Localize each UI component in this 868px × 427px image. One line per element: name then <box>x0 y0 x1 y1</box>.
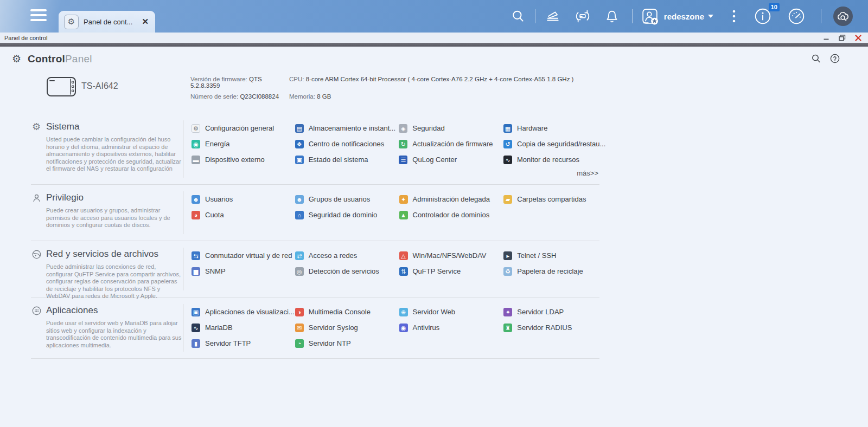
protocols-icon: △ <box>399 251 408 260</box>
link-hardware[interactable]: ▦ Hardware <box>503 120 599 136</box>
link-servidor-radius[interactable]: ♜ Servidor RADIUS <box>503 320 599 335</box>
restore-window-icon[interactable] <box>839 35 846 41</box>
snmp-chart-icon: ▆ <box>192 267 200 276</box>
dashboard-icon[interactable] <box>787 7 806 25</box>
section-title: Aplicaciones <box>46 305 98 316</box>
link-aplicaciones-visualizacion[interactable]: ▣ Aplicaciones de visualizaci... <box>192 304 295 320</box>
link-label: Servidor RADIUS <box>517 324 572 332</box>
links-column: ▤ Almacenamiento e instant... ❖ Centro d… <box>295 120 399 167</box>
qulog-center-icon: ☰ <box>399 156 407 164</box>
page-title: ControlPanel <box>28 53 92 65</box>
link-seguridad-dominio[interactable]: ⌂ Seguridad de dominio <box>295 207 399 223</box>
search-icon[interactable] <box>511 9 525 23</box>
section-title: Sistema <box>46 121 79 132</box>
multimedia-console-icon: ◑ <box>295 308 304 316</box>
link-antivirus[interactable]: ◉ Antivirus <box>399 320 504 335</box>
link-papelera-reciclaje[interactable]: ♻ Papelera de reciclaje <box>503 263 599 279</box>
myqnapcloud-icon[interactable] <box>833 7 853 26</box>
link-label: Hardware <box>517 124 547 132</box>
link-label: Seguridad <box>412 124 444 132</box>
links-column: ▸ Telnet / SSH ♻ Papelera de reciclaje <box>503 248 599 279</box>
link-copia-seguridad[interactable]: ↺ Copia de seguridad/restau... <box>503 136 599 152</box>
link-qulog-center[interactable]: ☰ QuLog Center <box>399 152 503 167</box>
external-device-sync-icon[interactable] <box>575 9 591 24</box>
link-label: Grupos de usuarios <box>309 195 370 203</box>
section-title: Red y servicios de archivos <box>46 249 158 260</box>
notifications-bell-icon[interactable] <box>605 9 619 24</box>
link-label: Servidor TFTP <box>205 339 251 347</box>
link-cuota[interactable]: ◕ Cuota <box>192 207 295 223</box>
link-label: Centro de notificaciones <box>309 140 384 148</box>
mariadb-icon: ∿ <box>192 324 200 332</box>
link-label: Estado del sistema <box>309 156 368 164</box>
user-groups-icon: ☻ <box>295 195 304 204</box>
system-info-icon[interactable]: 10 <box>754 7 772 25</box>
link-servidor-ntp[interactable]: ◔ Servidor NTP <box>295 335 399 351</box>
link-label: Almacenamiento e instant... <box>309 124 395 132</box>
link-multimedia-console[interactable]: ◑ Multimedia Console <box>295 304 399 320</box>
ldap-server-icon: ✦ <box>503 308 512 316</box>
close-tab-icon[interactable]: ✕ <box>141 16 150 28</box>
link-label: Servidor NTP <box>309 339 351 347</box>
device-summary: TS-AI642 Versión de firmware: QTS 5.2.8.… <box>0 70 868 106</box>
link-almacenamiento-instantaneas[interactable]: ▤ Almacenamiento e instant... <box>295 120 399 136</box>
link-grupos-usuarios[interactable]: ☻ Grupos de usuarios <box>295 191 399 207</box>
info-label: CPU: <box>289 76 304 82</box>
link-win-mac-nfs-webdav[interactable]: △ Win/Mac/NFS/WebDAV <box>399 248 504 263</box>
app-tab-control-panel[interactable]: ⚙ Panel de cont... ✕ <box>59 11 155 33</box>
info-item: Versión de firmware: QTS 5.2.8.3359 <box>190 76 289 89</box>
link-centro-notificaciones[interactable]: ❖ Centro de notificaciones <box>295 136 399 152</box>
info-label: Número de serie: <box>190 93 238 100</box>
link-servidor-ldap[interactable]: ✦ Servidor LDAP <box>503 304 599 320</box>
link-snmp[interactable]: ▆ SNMP <box>192 263 295 279</box>
radius-server-icon: ♜ <box>503 324 512 332</box>
link-label: Actualización de firmware <box>412 140 493 148</box>
link-servidor-web[interactable]: ⊕ Servidor Web <box>399 304 504 320</box>
resource-monitor-icon: ∿ <box>503 156 512 164</box>
username-label: redeszone <box>664 12 704 21</box>
link-servidor-syslog[interactable]: ✉ Servidor Syslog <box>295 320 399 335</box>
tab-label: Panel de cont... <box>84 18 141 26</box>
link-conmutador-virtual[interactable]: ⇆ Conmutador virtual y de red <box>192 248 295 263</box>
link-seguridad[interactable]: ◈ Seguridad <box>399 120 503 136</box>
notification-center-icon: ❖ <box>295 140 304 148</box>
link-administracion-delegada[interactable]: ✦ Administración delegada <box>399 191 504 207</box>
main-menu-icon[interactable] <box>30 9 47 23</box>
tftp-server-icon: ▮ <box>192 339 200 348</box>
system-status-icon: ▣ <box>295 156 304 164</box>
shared-folders-icon: ▰ <box>503 195 512 204</box>
links-column: ☻ Grupos de usuarios ⌂ Seguridad de domi… <box>295 191 399 223</box>
user-menu[interactable]: redeszone <box>641 8 713 25</box>
link-deteccion-servicios[interactable]: ◎ Detección de servicios <box>295 263 399 279</box>
link-controlador-dominios[interactable]: ▲ Controlador de dominios <box>399 207 504 223</box>
link-label: Papelera de reciclaje <box>517 267 583 275</box>
link-estado-sistema[interactable]: ▣ Estado del sistema <box>295 152 399 167</box>
panel-search-icon[interactable] <box>811 54 821 63</box>
link-mariadb[interactable]: ∿ MariaDB <box>192 320 295 335</box>
link-acceso-redes[interactable]: ⇄ Acceso a redes <box>295 248 399 263</box>
link-monitor-recursos[interactable]: ∿ Monitor de recursos <box>503 152 599 167</box>
link-carpetas-compartidas[interactable]: ▰ Carpetas compartidas <box>503 191 599 207</box>
link-label: Conmutador virtual y de red <box>205 251 292 260</box>
close-window-icon[interactable] <box>855 35 861 41</box>
more-link[interactable]: más>> <box>192 167 599 177</box>
link-actualizacion-firmware[interactable]: ↻ Actualización de firmware <box>399 136 503 152</box>
more-options-kebab-icon[interactable] <box>732 9 736 24</box>
separator <box>632 9 633 23</box>
link-label: Servidor Web <box>413 308 456 316</box>
link-dispositivo-externo[interactable]: ▬ Dispositivo externo <box>192 152 295 167</box>
link-energia[interactable]: ◉ Energía <box>192 136 295 152</box>
link-configuracion-general[interactable]: ⚙ Configuración general <box>192 120 295 136</box>
link-label: Controlador de dominios <box>413 211 490 219</box>
background-tasks-icon[interactable] <box>545 9 560 23</box>
person-outline-icon <box>31 192 42 203</box>
minimize-window-icon[interactable] <box>823 35 829 41</box>
security-lock-icon: ◈ <box>399 124 407 133</box>
link-usuarios[interactable]: ☻ Usuarios <box>192 191 295 207</box>
help-icon[interactable] <box>830 54 840 63</box>
link-label: MariaDB <box>205 324 233 332</box>
link-servidor-tftp[interactable]: ▮ Servidor TFTP <box>192 335 295 351</box>
link-telnet-ssh[interactable]: ▸ Telnet / SSH <box>503 248 599 263</box>
quota-pie-icon: ◕ <box>192 211 200 219</box>
link-quftp-service[interactable]: ⇅ QuFTP Service <box>399 263 504 279</box>
